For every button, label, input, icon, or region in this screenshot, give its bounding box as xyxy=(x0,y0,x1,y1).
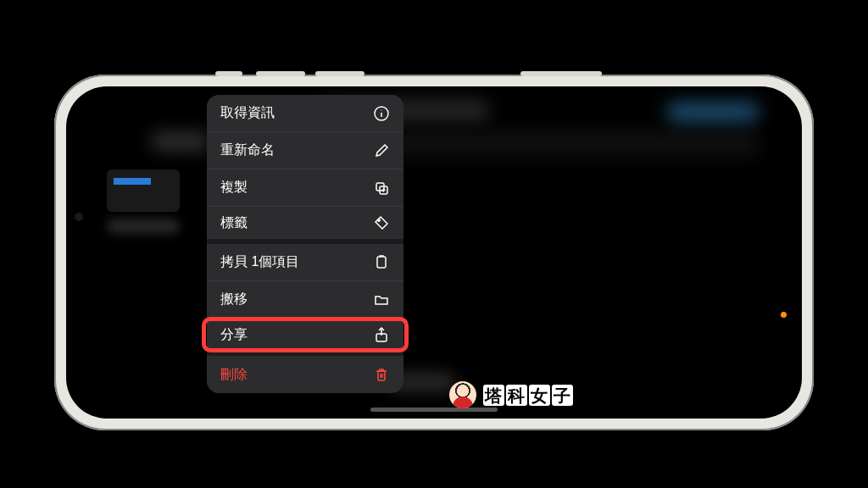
svg-point-2 xyxy=(381,109,381,110)
tag-icon xyxy=(373,214,390,231)
phone-button xyxy=(520,71,602,76)
copy-icon xyxy=(373,254,390,271)
menu-item-label: 搬移 xyxy=(220,291,248,308)
file-thumbnail[interactable] xyxy=(107,169,180,212)
duplicate-icon xyxy=(373,180,390,197)
menu-item-share[interactable]: 分享 xyxy=(207,319,403,356)
menu-item-label: 取得資訊 xyxy=(220,104,275,122)
pencil-icon xyxy=(373,142,390,159)
phone-button xyxy=(315,71,364,76)
file-label-blurred xyxy=(107,219,180,234)
notch xyxy=(66,197,88,308)
menu-item-duplicate[interactable]: 複製 xyxy=(207,169,403,207)
watermark-text: 塔科女子 xyxy=(483,385,573,406)
watermark-avatar xyxy=(449,381,476,408)
watermark: 塔科女子 xyxy=(449,381,573,408)
menu-item-rename[interactable]: 重新命名 xyxy=(207,132,403,169)
phone-frame: 取得資訊 重新命名 複製 標籤 xyxy=(54,75,814,430)
menu-item-label: 複製 xyxy=(220,179,248,197)
menu-item-label: 拷貝 1個項目 xyxy=(220,253,299,271)
share-icon xyxy=(373,326,390,343)
screen: 取得資訊 重新命名 複製 標籤 xyxy=(66,86,802,419)
info-icon xyxy=(373,105,390,122)
menu-item-tags[interactable]: 標籤 xyxy=(207,207,403,244)
menu-item-get-info[interactable]: 取得資訊 xyxy=(207,95,403,132)
menu-item-delete[interactable]: 刪除 xyxy=(207,356,403,393)
context-menu: 取得資訊 重新命名 複製 標籤 xyxy=(207,95,403,393)
menu-item-move[interactable]: 搬移 xyxy=(207,281,403,319)
svg-point-7 xyxy=(378,219,380,221)
recording-indicator-dot xyxy=(781,312,787,318)
menu-item-label: 分享 xyxy=(220,326,248,344)
svg-rect-8 xyxy=(377,257,386,268)
menu-item-label: 重新命名 xyxy=(220,141,275,159)
menu-item-label: 標籤 xyxy=(220,214,248,232)
folder-icon xyxy=(373,291,390,308)
svg-rect-11 xyxy=(378,371,385,380)
phone-button xyxy=(256,71,305,76)
trash-icon xyxy=(373,366,390,383)
phone-button xyxy=(215,71,242,76)
menu-item-copy[interactable]: 拷貝 1個項目 xyxy=(207,244,403,281)
menu-item-label: 刪除 xyxy=(220,366,248,384)
